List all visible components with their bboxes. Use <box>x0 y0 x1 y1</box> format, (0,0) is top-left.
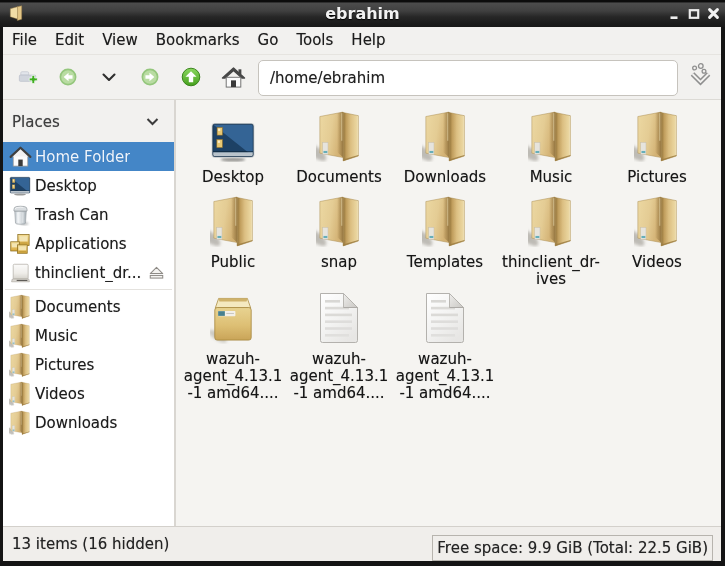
window-frame-bottom <box>0 561 725 566</box>
icon-grid-row-1: Desktop Documents Downloads Music Pictur… <box>176 110 721 186</box>
sidebar-item-music[interactable]: Music <box>3 321 174 350</box>
sidebar-item-home[interactable]: Home Folder <box>3 142 174 171</box>
new-tab-button[interactable] <box>8 58 48 96</box>
close-button[interactable] <box>704 5 723 23</box>
minimize-icon <box>668 8 680 20</box>
file-item-music[interactable]: Music <box>498 110 604 186</box>
folder-icon <box>9 381 31 407</box>
sidebar-item-trash[interactable]: Trash Can <box>3 200 174 229</box>
home-folder-icon <box>9 144 31 170</box>
titlebar: ebrahim <box>0 0 725 27</box>
folder-icon <box>9 294 31 320</box>
free-space-box: Free space: 9.9 GiB (Total: 22.5 GiB) <box>432 535 713 561</box>
folder-icon <box>634 110 680 162</box>
file-item-videos[interactable]: Videos <box>604 195 710 288</box>
sidebar-item-videos[interactable]: Videos <box>3 379 174 408</box>
folder-icon <box>9 410 31 436</box>
menu-go[interactable]: Go <box>249 27 288 54</box>
back-icon <box>58 67 78 87</box>
folder-icon <box>422 195 468 247</box>
icon-grid-row-3: wazuh- agent_4.13.1 -1 amd64.... wazuh- … <box>176 292 721 402</box>
folder-icon <box>316 195 362 247</box>
places-list: Home Folder Desktop Trash Can Applicatio… <box>3 142 174 526</box>
trash-icon <box>9 202 31 228</box>
up-button[interactable] <box>170 58 211 96</box>
file-item-desktop[interactable]: Desktop <box>180 110 286 186</box>
new-tab-icon <box>16 65 41 90</box>
folder-icon <box>422 110 468 162</box>
folder-icon <box>9 323 31 349</box>
file-item-wazuh-doc-2[interactable]: wazuh- agent_4.13.1 -1 amd64.... <box>392 292 498 402</box>
window-controls <box>663 0 723 27</box>
menu-bookmarks[interactable]: Bookmarks <box>147 27 249 54</box>
package-icon <box>210 292 256 344</box>
home-icon <box>221 65 246 89</box>
free-space-text: Free space: 9.9 GiB (Total: 22.5 GiB) <box>437 539 708 557</box>
menu-help[interactable]: Help <box>342 27 394 54</box>
file-item-wazuh-doc-1[interactable]: wazuh- agent_4.13.1 -1 amd64.... <box>286 292 392 402</box>
back-button[interactable] <box>48 58 88 96</box>
folder-icon <box>528 195 574 247</box>
history-dropdown-button[interactable] <box>88 58 130 96</box>
statusbar: 13 items (16 hidden) Free space: 9.9 GiB… <box>3 526 721 561</box>
close-icon <box>707 7 720 20</box>
file-item-public[interactable]: Public <box>180 195 286 288</box>
text-file-icon <box>317 292 361 344</box>
content: Places Home Folder Desktop Trash Can <box>3 100 721 526</box>
places-header[interactable]: Places <box>3 100 174 142</box>
places-chevron-icon <box>146 118 159 126</box>
folder-icon <box>634 195 680 247</box>
places-label: Places <box>12 113 146 131</box>
minimize-button[interactable] <box>664 5 683 23</box>
file-manager-window: ebrahim File Edit View Bookmarks Go Tool… <box>0 0 725 566</box>
file-item-snap[interactable]: snap <box>286 195 392 288</box>
folder-icon <box>528 110 574 162</box>
path-bar[interactable]: /home/ebrahim <box>258 60 678 96</box>
status-indicator-icon <box>687 63 714 90</box>
forward-button[interactable] <box>130 58 170 96</box>
chevron-down-icon <box>98 66 120 88</box>
text-file-icon <box>423 292 467 344</box>
file-view: Desktop Documents Downloads Music Pictur… <box>176 100 721 526</box>
path-text: /home/ebrahim <box>270 69 385 87</box>
sidebar-item-documents[interactable]: Documents <box>3 292 174 321</box>
file-item-pictures[interactable]: Pictures <box>604 110 710 186</box>
sidebar-item-applications[interactable]: Applications <box>3 229 174 258</box>
maximize-icon <box>688 8 700 20</box>
sidebar-item-downloads[interactable]: Downloads <box>3 408 174 437</box>
items-count-text: 13 items (16 hidden) <box>3 535 169 553</box>
toolbar: /home/ebrahim <box>3 55 721 100</box>
icon-grid-row-2: Public snap Templates thinclient_dr- ive… <box>176 195 721 288</box>
forward-icon <box>140 67 160 87</box>
sidebar-item-thinclient-drives[interactable]: thinclient_dr... <box>3 258 174 287</box>
desktop-icon <box>9 173 31 199</box>
file-item-thinclient-drives[interactable]: thinclient_dr- ives <box>498 195 604 288</box>
menu-view[interactable]: View <box>93 27 147 54</box>
eject-button[interactable] <box>148 265 165 280</box>
sidebar-item-pictures[interactable]: Pictures <box>3 350 174 379</box>
menubar: File Edit View Bookmarks Go Tools Help <box>3 27 721 55</box>
file-item-downloads[interactable]: Downloads <box>392 110 498 186</box>
maximize-button[interactable] <box>684 5 703 23</box>
desktop-icon <box>210 110 256 162</box>
file-item-wazuh-package[interactable]: wazuh- agent_4.13.1 -1 amd64.... <box>180 292 286 402</box>
sidebar: Places Home Folder Desktop Trash Can <box>3 100 176 526</box>
menu-file[interactable]: File <box>3 27 46 54</box>
folder-icon <box>316 110 362 162</box>
applications-icon <box>9 231 31 257</box>
menu-edit[interactable]: Edit <box>46 27 93 54</box>
window-title: ebrahim <box>0 0 725 27</box>
home-button[interactable] <box>211 58 255 96</box>
folder-icon <box>210 195 256 247</box>
file-item-documents[interactable]: Documents <box>286 110 392 186</box>
file-item-templates[interactable]: Templates <box>392 195 498 288</box>
folder-icon <box>9 352 31 378</box>
sidebar-item-desktop[interactable]: Desktop <box>3 171 174 200</box>
up-icon <box>180 66 202 88</box>
menu-tools[interactable]: Tools <box>287 27 342 54</box>
drive-icon <box>9 260 31 286</box>
